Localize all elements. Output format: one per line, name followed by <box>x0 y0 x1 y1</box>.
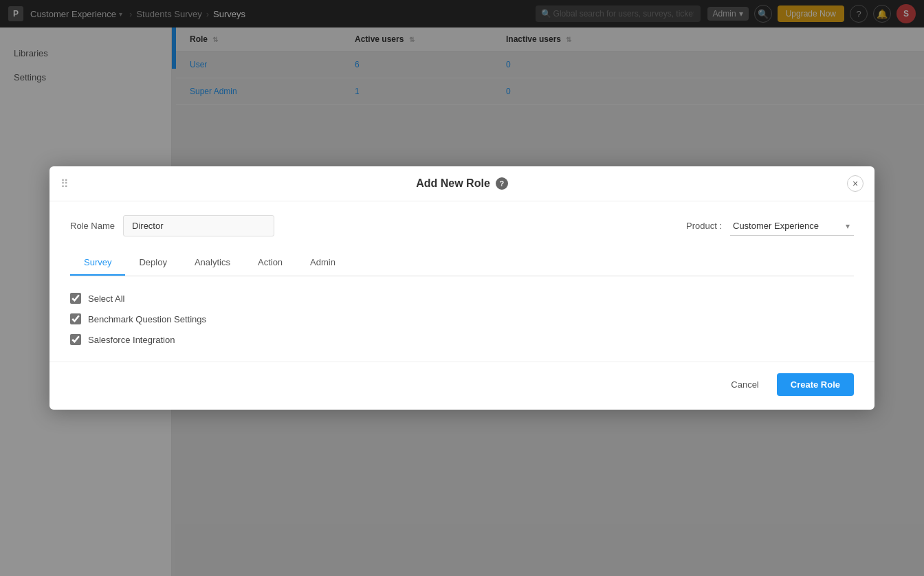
role-name-input[interactable] <box>123 215 274 236</box>
help-tooltip-icon[interactable]: ? <box>496 177 508 190</box>
checkbox-select-all[interactable]: Select All <box>70 293 854 304</box>
modal-header: ⠿ Add New Role ? × <box>50 166 874 201</box>
tab-action[interactable]: Action <box>244 250 296 276</box>
add-role-modal: ⠿ Add New Role ? × Role Name Product : C… <box>50 166 874 410</box>
tab-deploy[interactable]: Deploy <box>125 250 180 276</box>
create-role-button[interactable]: Create Role <box>777 373 854 396</box>
permission-list: Select All Benchmark Question Settings S… <box>70 290 854 348</box>
checkbox-benchmark-label: Benchmark Question Settings <box>88 314 206 324</box>
checkbox-select-all-input[interactable] <box>70 293 81 304</box>
close-button[interactable]: × <box>847 175 864 192</box>
checkbox-salesforce[interactable]: Salesforce Integration <box>70 334 854 345</box>
drag-handle-icon: ⠿ <box>60 177 69 190</box>
checkbox-select-all-label: Select All <box>88 293 124 304</box>
modal-footer: Cancel Create Role <box>50 362 874 410</box>
product-select[interactable]: Customer Experience <box>730 217 854 236</box>
role-name-group: Role Name <box>70 215 274 236</box>
product-group: Product : Customer Experience <box>686 217 854 236</box>
modal-title: Add New Role ? <box>416 177 508 190</box>
tab-admin[interactable]: Admin <box>296 250 349 276</box>
tabs: Survey Deploy Analytics Action Admin <box>70 250 854 276</box>
checkbox-salesforce-input[interactable] <box>70 334 81 345</box>
form-row: Role Name Product : Customer Experience <box>70 215 854 236</box>
role-name-label: Role Name <box>70 221 115 231</box>
product-select-wrapper: Customer Experience <box>730 217 854 236</box>
tab-survey[interactable]: Survey <box>70 250 125 276</box>
cancel-button[interactable]: Cancel <box>720 373 769 396</box>
product-label: Product : <box>686 221 722 231</box>
tab-analytics[interactable]: Analytics <box>181 250 244 276</box>
modal-body: Role Name Product : Customer Experience … <box>50 201 874 362</box>
checkbox-benchmark-input[interactable] <box>70 313 81 324</box>
modal-title-text: Add New Role <box>416 177 490 190</box>
checkbox-salesforce-label: Salesforce Integration <box>88 335 175 345</box>
checkbox-benchmark[interactable]: Benchmark Question Settings <box>70 313 854 324</box>
